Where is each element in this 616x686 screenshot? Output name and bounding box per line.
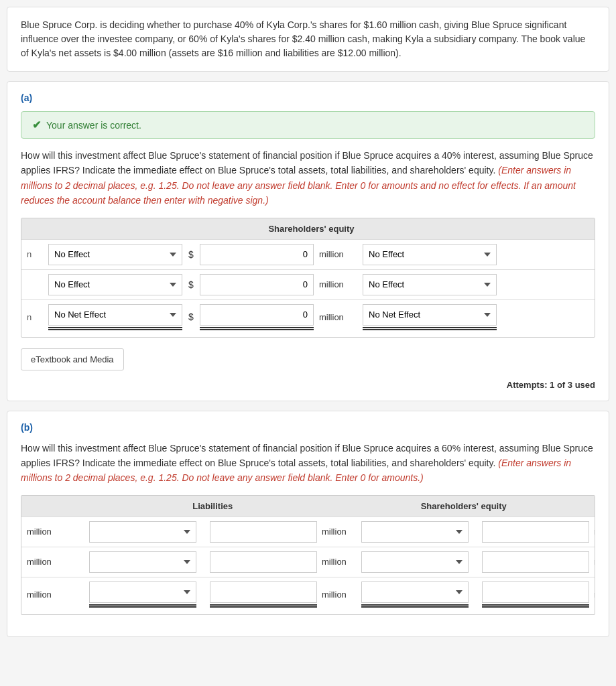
section-a-label: (a) [21, 92, 595, 103]
section-b-label: (b) [21, 422, 595, 433]
row3-dropdown1-container: No Net Effect No Effect Effect Increase … [48, 304, 182, 330]
header-eq-col [422, 224, 589, 234]
etextbook-button[interactable]: eTextbook and Media [21, 348, 124, 370]
section-b-instruction: How will this investment affect Blue Spr… [21, 441, 595, 486]
b-row3-label: million [27, 590, 87, 600]
b-row2-dropdown-liab[interactable]: No Effect Effect No Net Effect Increase … [89, 551, 196, 573]
section-a-instruction: How will this investment affect Blue Spr… [21, 148, 595, 208]
row3-amount-container [200, 304, 314, 330]
attempts-text: Attempts: 1 of 3 used [21, 380, 595, 390]
b-row3-unit-eq: million [591, 590, 595, 600]
row1-label: n [27, 249, 46, 259]
b-row1-amount-eq[interactable] [482, 521, 589, 543]
b-table-row-2: million No Effect Effect No Net Effect I… [21, 547, 595, 577]
b-row1-unit-eq: million [591, 527, 595, 537]
check-icon: ✔ [32, 119, 41, 131]
b-row1-unit-liab: million [319, 527, 359, 537]
section-a-table: Shareholders' equity n No Effect Effect … [21, 218, 595, 338]
b-row1-label: million [27, 527, 87, 537]
b-row3-liab-container: No Effect Effect No Net Effect Increase … [89, 581, 196, 608]
b-table-row-3: million No Effect Effect No Net Effect I… [21, 577, 595, 612]
row3-dropdown2-container: No Net Effect No Effect Effect Increase … [363, 304, 497, 330]
b-row3-amount-eq-container [482, 581, 589, 608]
b-row3-amount-liab[interactable] [210, 581, 317, 603]
table-b-header: Liabilities Shareholders' equity [21, 496, 595, 517]
row2-amount[interactable] [200, 274, 314, 295]
b-row2-amount-liab[interactable] [210, 551, 317, 573]
row3-label: n [27, 312, 46, 322]
b-row2-dropdown-eq[interactable]: No Effect Effect No Net Effect Increase … [361, 551, 469, 573]
row3-dollar: $ [188, 312, 194, 322]
table-a-header: Shareholders' equity [21, 218, 595, 239]
b-row1-dropdown-liab[interactable]: No Effect Effect No Net Effect Increase … [89, 521, 196, 543]
table-row-1: n No Effect Effect No Net Effect Increas… [21, 239, 595, 269]
b-row3-eq-container: No Effect Effect No Net Effect Increase … [361, 581, 469, 608]
row1-dropdown2[interactable]: No Effect Effect No Net Effect Increase … [363, 244, 497, 265]
b-row3-amount-liab-container [210, 581, 317, 608]
success-banner: ✔ Your answer is correct. [21, 111, 595, 139]
row3-amount[interactable] [200, 304, 314, 326]
b-row2-amount-eq[interactable] [482, 551, 589, 573]
section-a: (a) ✔ Your answer is correct. How will t… [7, 81, 609, 401]
b-row3-unit-liab: million [319, 590, 359, 600]
section-b-table: Liabilities Shareholders' equity million… [21, 495, 595, 615]
b-table-row-1: million No Effect Effect No Net Effect I… [21, 517, 595, 547]
row3-dropdown2[interactable]: No Net Effect No Effect Effect Increase … [363, 304, 497, 326]
intro-box: Blue Spruce Corp. is deciding whether to… [7, 7, 609, 72]
table-row-3: n No Net Effect No Effect Effect Increas… [21, 299, 595, 334]
row3-unit: million [316, 312, 360, 322]
row1-amount[interactable] [200, 244, 314, 265]
header-assets-col [27, 224, 201, 234]
intro-text: Blue Spruce Corp. is deciding whether to… [21, 19, 585, 58]
success-message: Your answer is correct. [46, 120, 141, 131]
row3-dropdown1[interactable]: No Net Effect No Effect Effect Increase … [48, 304, 182, 326]
row2-unit: million [316, 279, 360, 289]
b-row1-amount-liab[interactable] [210, 521, 317, 543]
header-shareholders-equity: Shareholders' equity [201, 224, 422, 234]
row2-dropdown2[interactable]: No Effect Effect No Net Effect Increase … [363, 274, 497, 295]
b-row3-dropdown-eq[interactable]: No Effect Effect No Net Effect Increase … [361, 581, 469, 603]
b-row2-unit-liab: million [319, 557, 359, 567]
b-header-liabilities: Liabilities [87, 501, 338, 511]
b-row3-amount-eq[interactable] [482, 581, 589, 603]
row1-dollar: $ [188, 249, 194, 260]
b-header-equity: Shareholders' equity [338, 501, 590, 511]
section-b: (b) How will this investment affect Blue… [7, 411, 609, 637]
row1-unit: million [316, 249, 360, 259]
row2-dropdown1[interactable]: No Effect Effect No Net Effect Increase … [48, 274, 182, 295]
b-row3-dropdown-liab[interactable]: No Effect Effect No Net Effect Increase … [89, 581, 196, 603]
table-row-2: No Effect Effect No Net Effect Increase … [21, 269, 595, 299]
b-row2-label: million [27, 557, 87, 567]
row2-dollar: $ [188, 279, 194, 290]
b-row2-unit-eq: million [591, 557, 595, 567]
row1-dropdown1[interactable]: No Effect Effect No Net Effect Increase … [48, 244, 182, 265]
b-header-empty [27, 501, 87, 511]
b-row1-dropdown-eq[interactable]: No Effect Effect No Net Effect Increase … [361, 521, 469, 543]
